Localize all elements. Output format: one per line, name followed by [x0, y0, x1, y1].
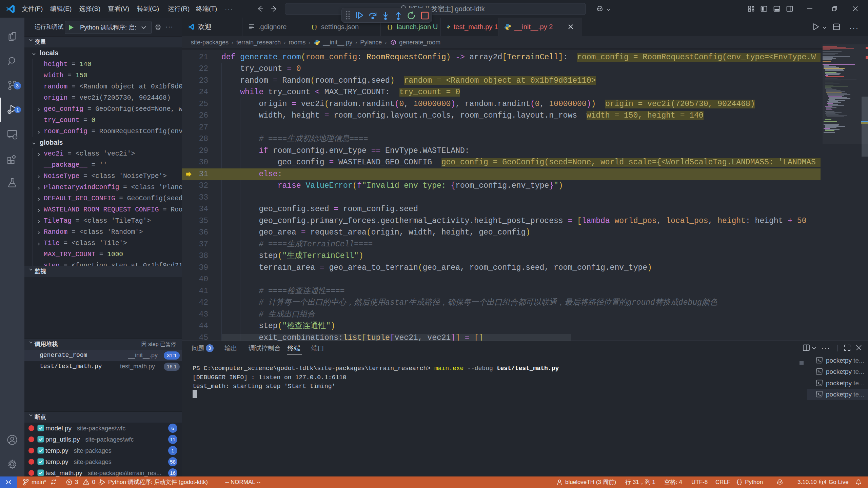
svg-text:{}: {} [387, 24, 393, 30]
svg-text:{}: {} [311, 24, 317, 30]
